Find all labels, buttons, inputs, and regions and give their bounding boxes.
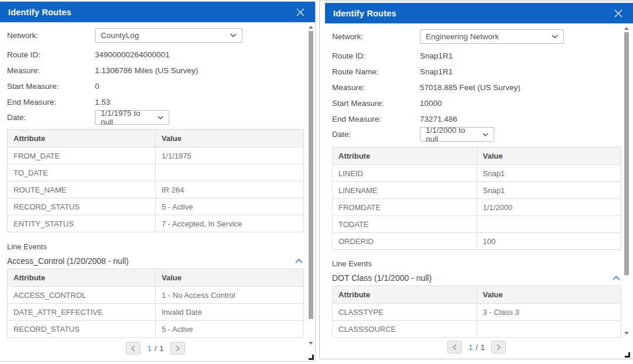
chevron-down-icon [552, 35, 558, 39]
field-start-measure: Start Measure: 0 [7, 78, 315, 94]
value-cell: IR 264 [156, 181, 304, 198]
value-cell: 100 [477, 233, 621, 250]
table-row: ACCESS_CONTROL1 - No Access Control [8, 287, 304, 304]
scrollbar-up-arrow[interactable] [624, 27, 629, 30]
attr-cell: ROUTE_NAME [8, 181, 156, 198]
panel-header: Identify Routes [325, 3, 633, 23]
field-measure: Measure: 1.1306786 Miles (US Survey) [7, 63, 315, 78]
scrollbar-down-arrow[interactable] [624, 332, 629, 335]
field-label: Measure: [332, 83, 420, 92]
attr-cell: LINEID [333, 165, 477, 182]
scrollbar-thumb[interactable] [309, 31, 313, 319]
chevron-right-icon [497, 344, 501, 351]
line-events-label: Line Events [7, 242, 315, 252]
field-label: Route Name: [332, 67, 420, 76]
value-cell [477, 321, 621, 338]
chevron-left-icon [131, 345, 135, 352]
prev-page-button[interactable] [126, 342, 141, 355]
table-header-row: Attribute Value [333, 147, 621, 165]
date-select-value: 1/1/2000 to null [426, 126, 478, 143]
table-header-row: Attribute Value [8, 269, 304, 287]
field-label: Route ID: [332, 51, 420, 60]
field-value: Snap1R1 [420, 51, 453, 60]
event-group-title: Access_Control (1/20/2008 - null) [7, 256, 129, 266]
event-group-header: Access_Control (1/20/2008 - null) [7, 255, 304, 267]
network-select-value: CountyLog [101, 31, 139, 40]
network-label: Network: [7, 31, 95, 40]
line-events-label: Line Events [332, 259, 633, 269]
chevron-up-icon [295, 259, 303, 263]
attribute-column-header: Attribute [8, 269, 156, 287]
attr-cell: FROMDATE [333, 199, 477, 216]
value-column-header: Value [477, 147, 621, 165]
collapse-button[interactable] [295, 259, 304, 263]
table-row: RECORD_STATUS5 - Active [8, 321, 304, 338]
table-row: CLASSSOURCE [333, 321, 621, 338]
table-row: LINEIDSnap1 [333, 165, 621, 182]
date-select[interactable]: 1/1/2000 to null [420, 127, 494, 142]
info-block: Route ID: 34900000264000001 Measure: 1.1… [7, 47, 315, 110]
field-value: 1.53 [95, 98, 110, 107]
value-cell: 1 - No Access Control [156, 287, 304, 304]
attr-cell: DATE_ATTR_EFFECTIVE [8, 304, 156, 321]
field-route-id: Route ID: 34900000264000001 [7, 47, 315, 63]
attr-cell: TODATE [333, 216, 477, 233]
value-cell: 5 - Active [156, 198, 304, 215]
chevron-down-icon [483, 133, 488, 136]
scrollbar[interactable] [308, 24, 314, 360]
date-select-value: 1/1/1975 to null [101, 109, 153, 126]
next-page-button[interactable] [170, 342, 185, 355]
scrollbar-thumb[interactable] [624, 32, 629, 275]
event-group-header: DOT Class (1/1/2000 - null) [332, 272, 621, 284]
table-row: LINENAMESnap1 [333, 182, 621, 199]
event-attribute-table: Attribute Value ACCESS_CONTROL1 - No Acc… [7, 269, 304, 338]
field-label: Start Measure: [332, 99, 420, 108]
value-cell: 1/1/1975 [156, 147, 304, 164]
field-route-name: Route Name: Snap1R1 [332, 64, 633, 80]
prev-page-button[interactable] [447, 341, 462, 353]
network-select-value: Engineering Network [426, 32, 499, 41]
scrollbar[interactable] [624, 25, 629, 358]
chevron-down-icon [230, 33, 237, 37]
table-row: RECORD_STATUS5 - Active [8, 198, 304, 215]
attribute-column-header: Attribute [333, 147, 477, 165]
field-end-measure: End Measure: 73271.486 [332, 111, 633, 127]
scrollbar-down-arrow[interactable] [309, 342, 313, 345]
chevron-left-icon [453, 344, 457, 351]
scrollbar-up-arrow[interactable] [309, 26, 313, 29]
value-cell: 3 - Class 3 [477, 304, 621, 321]
date-label: Date: [332, 130, 420, 139]
attr-cell: FROM_DATE [8, 147, 156, 164]
attr-cell: RECORD_STATUS [8, 321, 156, 338]
table-row: ROUTE_NAMEIR 264 [8, 181, 304, 198]
value-cell: Snap1 [477, 165, 621, 182]
attr-cell: LINENAME [333, 182, 477, 199]
field-value: 1.1306786 Miles (US Survey) [95, 66, 198, 75]
attribute-column-header: Attribute [8, 130, 156, 147]
attr-cell: CLASSSOURCE [333, 321, 477, 338]
value-cell: 7 - Accepted, In Service [156, 215, 304, 232]
pagination: 1 / 1 [332, 341, 621, 353]
field-date: Date: 1/1/1975 to null [7, 110, 315, 125]
table-row: FROMDATE1/1/2000 [333, 199, 621, 216]
attr-cell: RECORD_STATUS [8, 198, 156, 215]
resize-handle[interactable] [309, 355, 314, 360]
close-button[interactable] [613, 8, 624, 19]
collapse-button[interactable] [613, 276, 621, 280]
close-button[interactable] [295, 7, 306, 18]
panel-content: Network: Engineering Network Route ID: S… [325, 23, 633, 353]
value-cell: Invalid Date [156, 304, 304, 321]
date-select[interactable]: 1/1/1975 to null [95, 110, 169, 125]
attribute-table: Attribute Value FROM_DATE1/1/1975 TO_DAT… [7, 129, 304, 232]
field-label: Start Measure: [7, 82, 95, 91]
resize-handle[interactable] [625, 352, 630, 358]
field-network: Network: Engineering Network [332, 29, 633, 44]
page-indicator: 1 / 1 [147, 344, 163, 353]
network-select[interactable]: CountyLog [95, 28, 242, 43]
network-select[interactable]: Engineering Network [420, 29, 564, 44]
total-pages: 1 [159, 344, 163, 353]
panel-title: Identify Routes [333, 9, 396, 18]
identify-routes-panel-right: Identify Routes Network: Engineering Net… [319, 1, 633, 359]
next-page-button[interactable] [491, 341, 506, 353]
attribute-column-header: Attribute [333, 286, 477, 304]
